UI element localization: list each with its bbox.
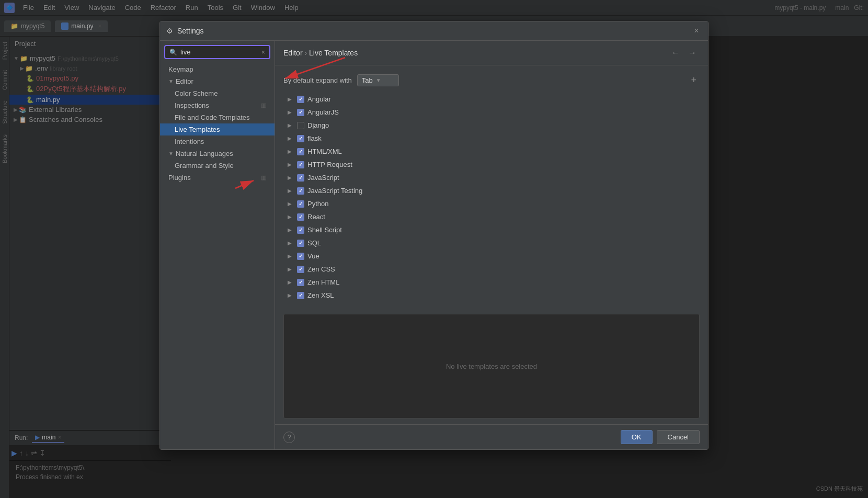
natural-lang-chevron: ▼ bbox=[168, 151, 174, 156]
dialog-footer: ? OK Cancel bbox=[275, 424, 708, 449]
settings-editor[interactable]: ▼ Editor bbox=[160, 75, 275, 87]
tg-label-angularjs: AngularJS bbox=[307, 108, 339, 116]
tg-chevron: ▶ bbox=[288, 227, 294, 233]
settings-inspections[interactable]: Inspections ▥ bbox=[160, 99, 275, 111]
tg-chevron: ▶ bbox=[288, 279, 294, 285]
no-selection-panel: No live templates are selected bbox=[283, 314, 700, 418]
tg-checkbox-vue[interactable] bbox=[297, 253, 304, 260]
template-group-sql[interactable]: ▶ SQL bbox=[283, 237, 700, 249]
template-group-zenxsl[interactable]: ▶ Zen XSL bbox=[283, 289, 700, 301]
breadcrumb-area: Editor › Live Templates bbox=[283, 49, 665, 57]
settings-live-templates[interactable]: Live Templates bbox=[160, 123, 275, 135]
dialog-body: 🔍 × Keymap ▼ Editor Color Scheme Inspect… bbox=[160, 41, 708, 449]
settings-natural-languages[interactable]: ▼ Natural Languages bbox=[160, 148, 275, 160]
template-group-httprequest[interactable]: ▶ HTTP Request bbox=[283, 159, 700, 171]
settings-grammar-style[interactable]: Grammar and Style bbox=[160, 160, 275, 172]
tg-label-vue: Vue bbox=[307, 252, 319, 260]
tg-chevron: ▶ bbox=[288, 266, 294, 272]
tg-label-javascript: JavaScript bbox=[307, 174, 339, 182]
tg-checkbox-jstesting[interactable] bbox=[297, 187, 304, 195]
tg-label-flask: flask bbox=[307, 134, 322, 142]
live-templates-label: Live Templates bbox=[175, 126, 220, 133]
tg-chevron: ▶ bbox=[288, 188, 294, 194]
file-code-templates-label: File and Code Templates bbox=[175, 114, 250, 121]
dialog-overlay: ⚙ Settings × 🔍 × Keymap ▼ Editor bbox=[0, 0, 868, 498]
tg-label-python: Python bbox=[307, 200, 328, 208]
settings-color-scheme[interactable]: Color Scheme bbox=[160, 87, 275, 99]
tg-checkbox-zenxsl[interactable] bbox=[297, 292, 304, 299]
template-group-react[interactable]: ▶ React bbox=[283, 211, 700, 223]
ok-btn[interactable]: OK bbox=[621, 430, 653, 444]
tg-checkbox-angularjs[interactable] bbox=[297, 109, 304, 116]
settings-main-content: By default expand with Tab ▼ + ▶ bbox=[275, 65, 708, 424]
tg-chevron: ▶ bbox=[288, 201, 294, 207]
tg-label-zencss: Zen CSS bbox=[307, 265, 335, 273]
tg-chevron: ▶ bbox=[288, 122, 294, 128]
expand-value: Tab bbox=[362, 76, 373, 84]
tg-label-shellscript: Shell Script bbox=[307, 226, 342, 234]
tg-checkbox-htmlxml[interactable] bbox=[297, 148, 304, 155]
tg-chevron: ▶ bbox=[288, 240, 294, 246]
tg-checkbox-react[interactable] bbox=[297, 213, 304, 221]
tg-label-zenhtml: Zen HTML bbox=[307, 278, 339, 286]
template-group-python[interactable]: ▶ Python bbox=[283, 198, 700, 210]
tg-checkbox-zenhtml[interactable] bbox=[297, 279, 304, 286]
plugins-label: Plugins bbox=[168, 174, 191, 182]
tg-chevron: ▶ bbox=[288, 96, 294, 102]
no-selection-text: No live templates are selected bbox=[446, 363, 537, 370]
clear-search-icon[interactable]: × bbox=[261, 49, 265, 56]
template-group-javascript[interactable]: ▶ JavaScript bbox=[283, 172, 700, 184]
tg-checkbox-django[interactable] bbox=[297, 122, 304, 129]
expand-with-row: By default expand with Tab ▼ + bbox=[283, 74, 700, 87]
search-icon: 🔍 bbox=[169, 49, 177, 56]
template-group-django[interactable]: ▶ Django bbox=[283, 119, 700, 131]
tg-label-jstesting: JavaScript Testing bbox=[307, 187, 362, 195]
tg-checkbox-httprequest[interactable] bbox=[297, 161, 304, 168]
settings-file-code-templates[interactable]: File and Code Templates bbox=[160, 111, 275, 123]
tg-checkbox-angular[interactable] bbox=[297, 96, 304, 103]
dialog-title: Settings bbox=[177, 27, 204, 35]
settings-keymap[interactable]: Keymap bbox=[160, 63, 275, 75]
tg-label-sql: SQL bbox=[307, 239, 321, 247]
tg-checkbox-sql[interactable] bbox=[297, 240, 304, 247]
add-template-btn[interactable]: + bbox=[688, 74, 700, 87]
settings-intentions[interactable]: Intentions bbox=[160, 135, 275, 148]
cancel-btn[interactable]: Cancel bbox=[657, 430, 700, 444]
nav-forward-btn[interactable]: → bbox=[685, 46, 700, 60]
tg-checkbox-zencss[interactable] bbox=[297, 266, 304, 273]
breadcrumb-current: Live Templates bbox=[309, 49, 358, 57]
tg-label-django: Django bbox=[307, 121, 329, 129]
tg-chevron: ▶ bbox=[288, 214, 294, 220]
template-group-flask[interactable]: ▶ flask bbox=[283, 132, 700, 144]
settings-search-input[interactable] bbox=[180, 48, 258, 56]
help-btn[interactable]: ? bbox=[283, 432, 295, 443]
template-group-zenhtml[interactable]: ▶ Zen HTML bbox=[283, 276, 700, 288]
settings-nav-tree: 🔍 × Keymap ▼ Editor Color Scheme Inspect… bbox=[160, 41, 275, 449]
nav-back-btn[interactable]: ← bbox=[668, 46, 683, 60]
tg-chevron: ▶ bbox=[288, 135, 294, 141]
tg-checkbox-flask[interactable] bbox=[297, 135, 304, 142]
tg-chevron: ▶ bbox=[288, 175, 294, 180]
expand-dropdown[interactable]: Tab ▼ bbox=[357, 74, 399, 86]
template-group-angularjs[interactable]: ▶ AngularJS bbox=[283, 106, 700, 118]
dialog-close-btn[interactable]: × bbox=[691, 26, 702, 36]
editor-chevron: ▼ bbox=[168, 78, 174, 84]
template-group-jstesting[interactable]: ▶ JavaScript Testing bbox=[283, 185, 700, 197]
template-list: ▶ Angular ▶ AngularJS ▶ bbox=[283, 93, 700, 301]
template-group-shellscript[interactable]: ▶ Shell Script bbox=[283, 224, 700, 236]
template-group-angular[interactable]: ▶ Angular bbox=[283, 93, 700, 105]
tg-label-htmlxml: HTML/XML bbox=[307, 148, 342, 155]
tg-checkbox-python[interactable] bbox=[297, 200, 304, 208]
intentions-label: Intentions bbox=[175, 138, 204, 145]
grammar-style-label: Grammar and Style bbox=[175, 162, 234, 169]
dropdown-arrow-icon: ▼ bbox=[376, 77, 381, 83]
settings-plugins[interactable]: Plugins ▥ bbox=[160, 172, 275, 184]
inspections-hint-icon: ▥ bbox=[261, 102, 266, 109]
template-group-htmlxml[interactable]: ▶ HTML/XML bbox=[283, 145, 700, 157]
template-group-vue[interactable]: ▶ Vue bbox=[283, 250, 700, 262]
settings-icon: ⚙ bbox=[166, 27, 173, 35]
settings-search-box[interactable]: 🔍 × bbox=[164, 45, 270, 59]
tg-checkbox-javascript[interactable] bbox=[297, 174, 304, 182]
template-group-zencss[interactable]: ▶ Zen CSS bbox=[283, 263, 700, 275]
tg-checkbox-shellscript[interactable] bbox=[297, 227, 304, 234]
